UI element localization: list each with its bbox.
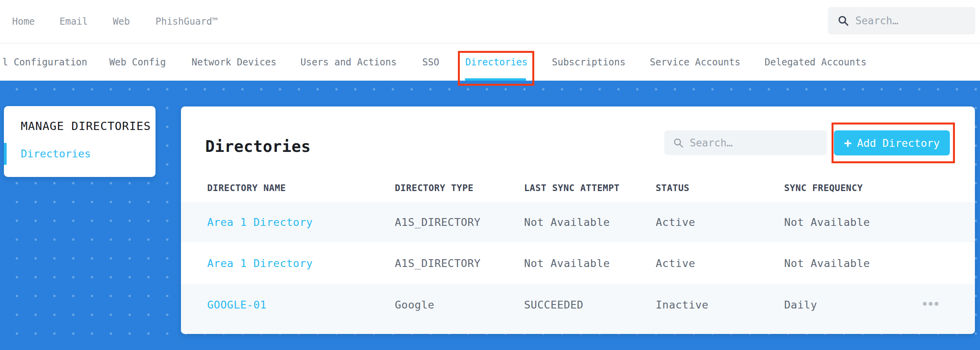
table-row: Area 1 Directory A1S_DIRECTORY Not Avail… <box>181 242 975 284</box>
row-actions <box>912 299 949 309</box>
annotation-box-add-directory-button <box>832 123 955 163</box>
sync-frequency-cell: Not Available <box>784 216 912 228</box>
tab-service-accounts[interactable]: Service Accounts <box>650 44 740 81</box>
col-sync-frequency: SYNC FREQUENCY <box>784 183 912 193</box>
ellipsis-icon <box>923 302 927 306</box>
manage-directories-panel: MANAGE DIRECTORIES Directories <box>4 106 155 177</box>
search-icon <box>673 137 684 148</box>
status-cell: Inactive <box>656 299 784 311</box>
table-row: Area 1 Directory A1S_DIRECTORY Not Avail… <box>181 202 975 242</box>
directory-type-cell: Google <box>395 299 524 311</box>
directory-type-cell: A1S_DIRECTORY <box>395 257 524 269</box>
row-menu-button[interactable] <box>920 299 942 309</box>
annotation-box-directories-tab <box>458 51 534 86</box>
primary-navbar: Home Email Web PhishGuard™ <box>0 0 980 44</box>
directories-search-box[interactable] <box>664 130 827 155</box>
page-title: Directories <box>205 137 311 155</box>
sidebar-item-directories[interactable]: Directories <box>4 143 155 165</box>
sidebar-heading: MANAGE DIRECTORIES <box>21 119 151 133</box>
col-last-sync-attempt: LAST SYNC ATTEMPT <box>524 183 656 193</box>
directories-table: DIRECTORY NAME DIRECTORY TYPE LAST SYNC … <box>181 173 975 334</box>
directory-name-link[interactable]: GOOGLE-01 <box>207 299 395 311</box>
nav-item-web[interactable]: Web <box>113 0 130 43</box>
active-item-indicator <box>4 143 7 165</box>
col-status: STATUS <box>656 183 784 193</box>
tab-network-devices[interactable]: Network Devices <box>192 44 277 81</box>
status-cell: Active <box>656 216 784 228</box>
tab-sso[interactable]: SSO <box>422 44 439 81</box>
nav-item-home[interactable]: Home <box>12 0 35 43</box>
sync-frequency-cell: Daily <box>784 299 912 311</box>
status-cell: Active <box>656 257 784 269</box>
global-search-box[interactable] <box>828 7 975 34</box>
col-directory-type: DIRECTORY TYPE <box>395 183 524 193</box>
directory-name-link[interactable]: Area 1 Directory <box>207 216 395 228</box>
global-search-input[interactable] <box>855 15 965 27</box>
directories-search-input[interactable] <box>690 137 807 149</box>
tab-delegated-accounts[interactable]: Delegated Accounts <box>765 44 866 81</box>
tab-subscriptions[interactable]: Subscriptions <box>552 44 626 81</box>
ellipsis-icon <box>929 302 933 306</box>
tab-web-config[interactable]: Web Config <box>109 44 166 81</box>
tab-users-and-actions[interactable]: Users and Actions <box>300 44 397 81</box>
sidebar-item-label: Directories <box>21 143 91 165</box>
last-sync-cell: Not Available <box>524 216 656 228</box>
table-row: GOOGLE-01 Google SUCCEEDED Inactive Dail… <box>181 284 975 334</box>
directory-name-link[interactable]: Area 1 Directory <box>207 257 395 269</box>
table-header-row: DIRECTORY NAME DIRECTORY TYPE LAST SYNC … <box>181 173 975 202</box>
last-sync-cell: Not Available <box>524 257 656 269</box>
tab-email-configuration[interactable]: l Configuration <box>2 44 87 81</box>
ellipsis-icon <box>935 302 938 306</box>
col-directory-name: DIRECTORY NAME <box>207 183 395 193</box>
sync-frequency-cell: Not Available <box>784 257 912 269</box>
directory-type-cell: A1S_DIRECTORY <box>395 216 524 228</box>
nav-item-phishguard[interactable]: PhishGuard™ <box>155 0 218 43</box>
search-icon <box>837 15 849 27</box>
nav-item-email[interactable]: Email <box>60 0 88 43</box>
last-sync-cell: SUCCEEDED <box>524 299 656 311</box>
